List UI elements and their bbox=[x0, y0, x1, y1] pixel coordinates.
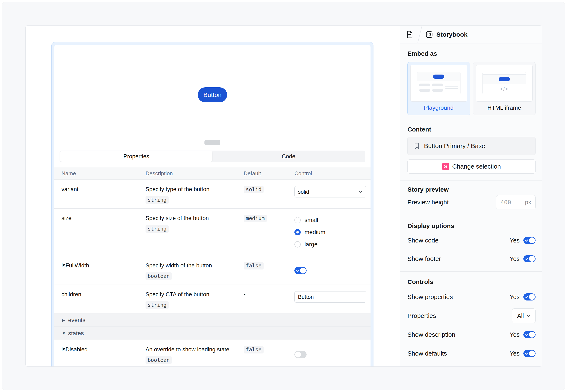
group-row-events[interactable]: ▶events bbox=[54, 314, 371, 327]
setting-value: All bbox=[512, 308, 536, 323]
table-row-size: sizeSpecify size of the buttonstringmedi… bbox=[54, 209, 371, 256]
storybook-embed-block[interactable]: Button PropertiesCode Name Description D… bbox=[51, 42, 373, 367]
prop-control-text-input[interactable]: Button bbox=[294, 291, 366, 303]
mockup-props-table bbox=[417, 81, 460, 94]
prop-default-chip: false bbox=[244, 262, 264, 269]
prop-control-cell bbox=[294, 340, 366, 367]
setting-label: Show footer bbox=[407, 255, 441, 262]
toggle-knob bbox=[529, 256, 535, 262]
toggle-switch[interactable] bbox=[523, 255, 536, 262]
radio-label: small bbox=[304, 217, 318, 224]
prop-default-empty: - bbox=[244, 291, 246, 297]
radio-label: large bbox=[304, 241, 317, 248]
document-tab[interactable] bbox=[400, 30, 419, 39]
prop-name-cell: size bbox=[61, 209, 146, 256]
table-row-isFullWidth: isFullWidthSpecify width of the buttonbo… bbox=[54, 256, 371, 285]
select-value: solid bbox=[298, 189, 309, 195]
radio-checked-icon[interactable] bbox=[294, 229, 301, 235]
check-icon bbox=[525, 333, 528, 336]
embed-as-option-iframe[interactable]: </>HTML iframe bbox=[473, 62, 536, 115]
thumbnail-mockup bbox=[417, 72, 461, 94]
setting-row-show-code: Show codeYes bbox=[407, 231, 536, 250]
story-preview-section: Story preview Preview height 400 px bbox=[400, 181, 542, 216]
embed-option-thumbnail bbox=[410, 65, 467, 101]
preview-button[interactable]: Button bbox=[198, 87, 227, 102]
prop-name-cell: isFullWidth bbox=[61, 256, 146, 285]
selected-story[interactable]: Button Primary / Base bbox=[407, 137, 536, 155]
toggle-switch[interactable] bbox=[523, 237, 536, 244]
tab-zone: PropertiesCode bbox=[54, 145, 371, 167]
toggle-switch[interactable] bbox=[294, 351, 307, 358]
mockup-button-pill bbox=[433, 75, 444, 79]
toggle-switch[interactable] bbox=[294, 267, 307, 274]
properties-filter-select[interactable]: All bbox=[512, 308, 536, 323]
toggle-switch[interactable] bbox=[523, 331, 536, 338]
setting-label: Show properties bbox=[407, 293, 453, 300]
radio-option-small[interactable]: small bbox=[294, 215, 366, 225]
prop-type-chip: string bbox=[146, 301, 169, 309]
mockup-browser-bar bbox=[483, 72, 526, 75]
prop-default-cell: false bbox=[244, 340, 294, 367]
setting-label: Show code bbox=[407, 237, 438, 244]
bookmark-icon bbox=[414, 143, 419, 149]
check-icon bbox=[525, 257, 528, 261]
storybook-logo-icon: S bbox=[442, 163, 449, 170]
group-label: events bbox=[68, 317, 86, 323]
prop-name: isFullWidth bbox=[61, 262, 146, 269]
prop-control-radio-group: smallmediumlarge bbox=[294, 215, 366, 250]
code-icon: </> bbox=[483, 84, 526, 94]
document-icon bbox=[406, 30, 413, 39]
toggle-state-label: Yes bbox=[510, 350, 520, 357]
prop-default-chip: false bbox=[244, 346, 264, 353]
embed-as-heading: Embed as bbox=[407, 44, 536, 57]
radio-unchecked-icon[interactable] bbox=[294, 241, 301, 248]
story-preview-area: Button bbox=[54, 45, 371, 145]
prop-control-cell bbox=[294, 256, 366, 285]
controls-rows: Show propertiesYesPropertiesAllShow desc… bbox=[407, 288, 536, 363]
preview-height-value: 400 bbox=[501, 199, 511, 206]
change-selection-button[interactable]: S Change selection bbox=[407, 159, 536, 174]
setting-value: Yes bbox=[510, 293, 536, 300]
prop-name-cell: isDisabled bbox=[61, 340, 146, 367]
table-row-children: childrenSpecify CTA of the buttonstring-… bbox=[54, 285, 371, 314]
toggle-knob bbox=[529, 294, 535, 300]
prop-name: isDisabled bbox=[61, 346, 146, 353]
embed-tabs: PropertiesCode bbox=[60, 151, 365, 162]
mockup-button-pill bbox=[499, 77, 510, 81]
tab-properties[interactable]: Properties bbox=[60, 151, 212, 162]
mockup-input-box bbox=[445, 83, 458, 87]
setting-label: Show description bbox=[407, 331, 455, 338]
preview-height-input[interactable]: 400 px bbox=[496, 195, 536, 210]
props-table-header: Name Description Default Control bbox=[54, 167, 371, 180]
prop-name: size bbox=[61, 215, 146, 222]
controls-heading: Controls bbox=[407, 272, 536, 285]
radio-option-large[interactable]: large bbox=[294, 239, 366, 250]
prop-description-cell: Specify type of the buttonstring bbox=[146, 180, 244, 208]
change-selection-label: Change selection bbox=[452, 163, 501, 170]
setting-value: Yes bbox=[510, 350, 536, 357]
column-header-default: Default bbox=[244, 170, 294, 177]
toggle-state-label: Yes bbox=[510, 237, 520, 244]
toggle-knob bbox=[529, 332, 535, 337]
prop-type-chip: boolean bbox=[146, 356, 172, 364]
prop-description: Specify size of the button bbox=[146, 215, 244, 222]
display-options-rows: Show codeYesShow footerYes bbox=[407, 231, 536, 268]
controls-section: Controls Show propertiesYesPropertiesAll… bbox=[400, 272, 542, 367]
toggle-switch[interactable] bbox=[523, 293, 536, 300]
prop-default-cell: solid bbox=[244, 180, 294, 208]
embed-as-option-playground[interactable]: Playground bbox=[407, 62, 470, 115]
toggle-switch[interactable] bbox=[523, 350, 536, 357]
column-header-control: Control bbox=[294, 170, 366, 177]
setting-row-show-defaults: Show defaultsYes bbox=[407, 344, 536, 363]
setting-row-properties: PropertiesAll bbox=[407, 306, 536, 325]
embed-as-section: Embed as Playground</>HTML iframe bbox=[400, 44, 542, 120]
prop-name-cell: children bbox=[61, 285, 146, 313]
radio-option-medium[interactable]: medium bbox=[294, 227, 366, 238]
display-options-heading: Display options bbox=[407, 216, 536, 229]
prop-type-chip: boolean bbox=[146, 272, 172, 280]
tab-code[interactable]: Code bbox=[212, 151, 365, 162]
resize-handle[interactable] bbox=[204, 140, 220, 145]
radio-unchecked-icon[interactable] bbox=[294, 217, 301, 223]
group-row-states[interactable]: ▼states bbox=[54, 327, 371, 340]
prop-control-select[interactable]: solid bbox=[294, 186, 366, 197]
